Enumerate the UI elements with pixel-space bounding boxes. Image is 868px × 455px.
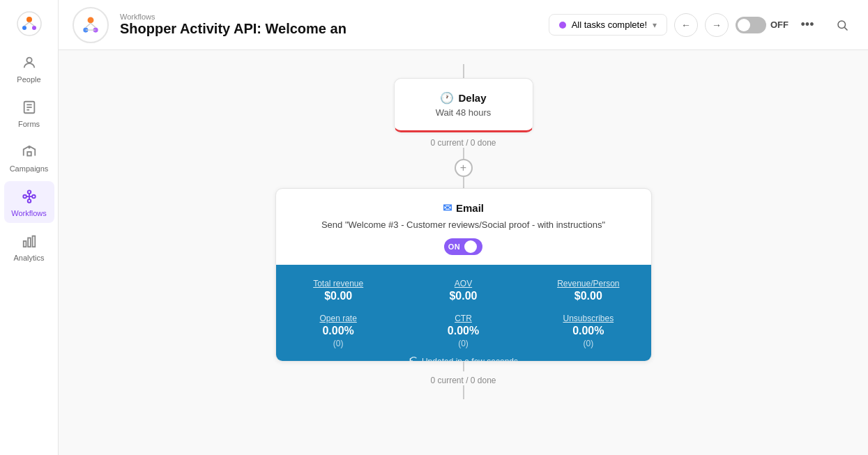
sidebar-item-analytics[interactable]: Analytics	[4, 226, 54, 268]
sidebar-item-analytics-label: Analytics	[13, 254, 44, 262]
stat-ctr: CTR 0.00% (0)	[401, 311, 526, 351]
refresh-icon	[409, 357, 418, 362]
unsubscribes-value: 0.00%	[531, 325, 645, 337]
topbar-title-block: Workflows Shopper Activity API: Welcome …	[120, 13, 538, 37]
sidebar: People Forms Campaigns	[0, 0, 59, 455]
delay-node-subtitle: Wait 48 hours	[422, 107, 505, 118]
stats-updated: Updated in a few seconds	[276, 357, 651, 362]
workflow-icon	[73, 7, 109, 43]
clock-icon: 🕐	[440, 91, 454, 105]
sidebar-item-people-label: People	[17, 75, 40, 84]
svg-rect-20	[28, 238, 31, 247]
stat-aov: AOV $0.00	[401, 276, 526, 305]
delay-node-title: 🕐 Delay	[422, 91, 505, 105]
status-dot	[559, 22, 566, 29]
page-title: Shopper Activity API: Welcome an	[120, 21, 538, 37]
aov-label[interactable]: AOV	[406, 279, 520, 288]
sidebar-item-forms[interactable]: Forms	[4, 92, 54, 134]
analytics-icon	[20, 231, 39, 251]
sidebar-item-people[interactable]: People	[4, 47, 54, 89]
stat-total-revenue: Total revenue $0.00	[276, 276, 401, 305]
flow-container: 🕐 Delay Wait 48 hours 0 current / 0 done…	[220, 64, 708, 427]
total-revenue-value: $0.00	[282, 290, 395, 302]
svg-point-14	[27, 190, 31, 194]
svg-point-13	[23, 195, 26, 199]
email-node-title: ✉ Email	[297, 201, 630, 215]
email-toggle-circle	[464, 240, 477, 253]
ctr-sub: (0)	[406, 339, 520, 348]
total-revenue-label[interactable]: Total revenue	[282, 279, 395, 288]
svg-point-1	[26, 17, 32, 22]
workflow-toggle[interactable]: OFF	[736, 17, 789, 33]
stat-revenue-person: Revenue/Person $0.00	[526, 276, 650, 305]
bottom-stat: 0 current / 0 done	[430, 376, 496, 385]
svg-point-16	[27, 199, 31, 203]
svg-point-0	[17, 12, 41, 36]
campaigns-icon	[20, 142, 39, 162]
email-node[interactable]: ✉ Email Send "Welcome #3 - Customer revi…	[275, 188, 652, 362]
email-toggle[interactable]: ON	[444, 238, 483, 255]
svg-point-28	[838, 21, 846, 29]
ctr-label[interactable]: CTR	[406, 314, 520, 323]
stats-row-2: Open rate 0.00% (0) CTR 0.00% (0) Unsubs…	[276, 311, 651, 351]
workflow-canvas: 🕐 Delay Wait 48 hours 0 current / 0 done…	[59, 50, 868, 455]
svg-point-22	[88, 17, 94, 23]
email-icon: ✉	[443, 201, 452, 215]
svg-point-15	[32, 195, 36, 199]
sidebar-item-forms-label: Forms	[18, 120, 40, 128]
svg-line-26	[91, 23, 96, 27]
sidebar-item-workflows[interactable]: Workflows	[4, 181, 54, 223]
people-icon	[20, 53, 39, 72]
aov-value: $0.00	[406, 290, 520, 302]
svg-point-2	[22, 26, 26, 30]
app-logo[interactable]	[14, 8, 45, 39]
breadcrumb: Workflows	[120, 13, 538, 21]
chevron-down-icon: ▾	[653, 20, 657, 30]
sidebar-item-campaigns-label: Campaigns	[10, 164, 49, 173]
connector-line-mid	[463, 148, 464, 159]
ctr-value: 0.00%	[406, 325, 520, 337]
workflows-icon	[20, 187, 39, 206]
main-content: Workflows Shopper Activity API: Welcome …	[59, 0, 868, 455]
svg-rect-19	[23, 241, 26, 247]
stats-row-1: Total revenue $0.00 AOV $0.00 Revenue/Pe…	[276, 276, 651, 305]
svg-point-3	[32, 26, 36, 30]
open-rate-sub: (0)	[282, 339, 395, 348]
connector-line-tail	[463, 385, 464, 399]
unsubscribes-sub: (0)	[531, 339, 645, 348]
connector-line-bottom	[463, 362, 464, 371]
stats-panel: Total revenue $0.00 AOV $0.00 Revenue/Pe…	[276, 265, 651, 362]
search-button[interactable]	[830, 13, 854, 37]
revenue-person-value: $0.00	[531, 290, 645, 302]
stat-unsubscribes: Unsubscribes 0.00% (0)	[526, 311, 650, 351]
svg-point-6	[26, 58, 31, 63]
svg-rect-21	[32, 236, 35, 247]
status-button-label: All tasks complete!	[572, 20, 647, 30]
open-rate-value: 0.00%	[282, 325, 395, 337]
email-node-top: ✉ Email Send "Welcome #3 - Customer revi…	[276, 189, 651, 265]
sidebar-item-campaigns[interactable]: Campaigns	[4, 137, 54, 178]
more-options-button[interactable]: •••	[795, 13, 819, 37]
svg-point-12	[29, 147, 30, 148]
status-button[interactable]: All tasks complete! ▾	[549, 14, 667, 36]
toggle-switch[interactable]	[736, 17, 766, 33]
delay-node-stat: 0 current / 0 done	[430, 138, 496, 148]
revenue-person-label[interactable]: Revenue/Person	[531, 279, 645, 288]
svg-rect-11	[27, 152, 31, 156]
back-button[interactable]: ←	[674, 13, 698, 37]
email-node-subtitle: Send "Welcome #3 - Customer reviews/Soci…	[297, 219, 630, 231]
topbar: Workflows Shopper Activity API: Welcome …	[59, 0, 868, 50]
open-rate-label[interactable]: Open rate	[282, 314, 395, 323]
sidebar-item-workflows-label: Workflows	[11, 209, 47, 217]
forward-button[interactable]: →	[705, 13, 729, 37]
svg-line-29	[844, 27, 847, 30]
stat-open-rate: Open rate 0.00% (0)	[276, 311, 401, 351]
connector-line-2	[463, 177, 464, 188]
toggle-label: OFF	[770, 20, 789, 30]
forms-icon	[20, 98, 39, 117]
add-step-button[interactable]: +	[455, 159, 473, 177]
email-toggle-label: ON	[448, 242, 461, 251]
delay-node[interactable]: 🕐 Delay Wait 48 hours	[394, 78, 533, 132]
unsubscribes-label[interactable]: Unsubscribes	[531, 314, 645, 323]
connector-line-top	[463, 64, 464, 78]
